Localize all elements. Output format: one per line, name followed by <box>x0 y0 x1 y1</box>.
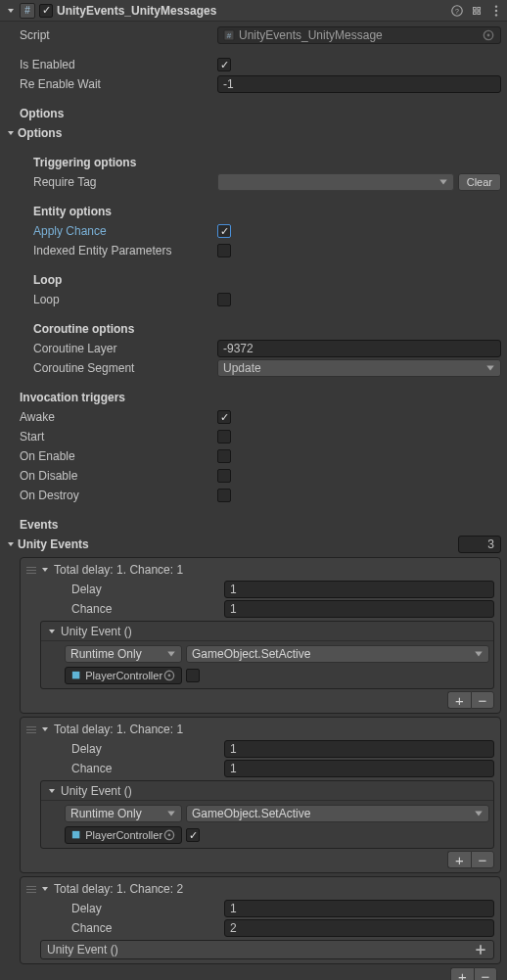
clear-button[interactable]: Clear <box>458 173 501 191</box>
events-count[interactable]: 3 <box>458 536 501 553</box>
chance-label: Chance <box>71 921 112 935</box>
re-enable-wait-label: Re Enable Wait <box>20 77 101 91</box>
unity-events-foldout-label[interactable]: Unity Events <box>18 537 89 551</box>
chevron-down-icon <box>474 809 484 818</box>
remove-listener-button[interactable]: − <box>471 691 494 709</box>
chance-input[interactable]: 1 <box>224 600 494 618</box>
loop-checkbox[interactable] <box>217 293 231 306</box>
event-foldout-icon[interactable] <box>40 724 50 734</box>
bool-arg-checkbox[interactable] <box>186 828 200 842</box>
object-picker-icon[interactable] <box>482 28 495 42</box>
start-label: Start <box>20 430 44 443</box>
start-checkbox[interactable] <box>217 430 231 443</box>
method-select[interactable]: GameObject.SetActive <box>186 645 489 663</box>
remove-listener-button[interactable]: − <box>471 851 494 868</box>
add-listener-button[interactable]: + <box>447 691 471 709</box>
coroutine-layer-input[interactable]: -9372 <box>217 340 501 357</box>
delay-input[interactable]: 1 <box>224 900 494 917</box>
delay-input[interactable]: 1 <box>224 740 494 758</box>
chevron-down-icon <box>438 177 448 187</box>
require-tag-select[interactable] <box>217 173 454 191</box>
target-object-field[interactable]: PlayerController <box>65 667 182 684</box>
add-icon[interactable] <box>474 943 487 957</box>
options-header: Options <box>20 107 64 120</box>
svg-point-4 <box>495 14 497 16</box>
script-label: Script <box>20 28 50 42</box>
unity-event-foldout-icon[interactable] <box>47 627 57 636</box>
component-enabled-checkbox[interactable] <box>39 4 53 18</box>
add-event-button[interactable]: + <box>450 967 474 980</box>
coroutine-layer-label: Coroutine Layer <box>33 342 116 355</box>
loop-header: Loop <box>33 273 62 287</box>
delay-label: Delay <box>71 583 102 596</box>
apply-chance-checkbox[interactable] <box>217 224 231 238</box>
event-item: Total delay: 1. Chance: 2 Delay 1 Chance… <box>20 876 501 964</box>
invocation-header: Invocation triggers <box>20 391 125 404</box>
unity-event-label: Unity Event () <box>61 625 132 638</box>
event-item: Total delay: 1. Chance: 1 Delay 1 Chance… <box>20 557 501 714</box>
target-object-field[interactable]: PlayerController <box>65 826 182 844</box>
on-enable-label: On Enable <box>20 449 75 463</box>
runtime-only-select[interactable]: Runtime Only <box>65 805 182 822</box>
options-foldout-icon[interactable] <box>6 128 16 138</box>
on-disable-label: On Disable <box>20 469 77 483</box>
component-foldout-icon[interactable] <box>6 6 16 16</box>
svg-point-11 <box>168 675 171 677</box>
event-title: Total delay: 1. Chance: 2 <box>54 882 183 896</box>
is-enabled-checkbox[interactable] <box>217 58 231 71</box>
svg-point-8 <box>487 34 490 37</box>
on-disable-checkbox[interactable] <box>217 469 231 483</box>
add-listener-button[interactable]: + <box>447 851 471 868</box>
script-object-value: UnityEvents_UnityMessage <box>239 28 383 42</box>
options-foldout-label[interactable]: Options <box>18 126 62 140</box>
coroutine-header: Coroutine options <box>33 322 134 336</box>
component-title: UnityEvents_UnityMessages <box>57 4 446 18</box>
awake-checkbox[interactable] <box>217 410 231 424</box>
runtime-only-select[interactable]: Runtime Only <box>65 645 182 663</box>
script-object-field[interactable]: # UnityEvents_UnityMessage <box>217 26 501 44</box>
chance-label: Chance <box>71 602 112 616</box>
preset-icon[interactable] <box>470 4 484 18</box>
coroutine-segment-select[interactable]: Update <box>217 359 501 377</box>
unity-event-label: Unity Event () <box>61 784 132 798</box>
chance-input[interactable]: 2 <box>224 919 494 937</box>
remove-event-button[interactable]: − <box>474 967 497 980</box>
unity-event-collapsed[interactable]: Unity Event () <box>40 940 494 959</box>
svg-rect-12 <box>72 831 79 838</box>
on-destroy-checkbox[interactable] <box>217 489 231 502</box>
event-foldout-icon[interactable] <box>40 565 50 575</box>
bool-arg-checkbox[interactable] <box>186 669 200 682</box>
delay-input[interactable]: 1 <box>224 581 494 598</box>
script-file-icon: # <box>20 3 35 19</box>
method-select[interactable]: GameObject.SetActive <box>186 805 489 822</box>
apply-chance-label[interactable]: Apply Chance <box>33 224 107 238</box>
entity-header: Entity options <box>33 205 112 218</box>
svg-point-14 <box>168 834 171 837</box>
chevron-down-icon <box>166 649 176 659</box>
chevron-down-icon <box>474 649 484 659</box>
unity-event-foldout-icon[interactable] <box>47 786 57 796</box>
drag-handle-icon[interactable] <box>26 564 36 576</box>
chance-input[interactable]: 1 <box>224 760 494 777</box>
gameobject-icon <box>70 829 81 841</box>
object-picker-icon[interactable] <box>162 669 176 682</box>
delay-label: Delay <box>71 742 102 756</box>
object-picker-icon[interactable] <box>162 828 176 842</box>
indexed-entity-checkbox[interactable] <box>217 244 231 257</box>
on-enable-checkbox[interactable] <box>217 449 231 463</box>
drag-handle-icon[interactable] <box>26 723 36 735</box>
unity-event-box: Unity Event () Runtime Only GameObject.S… <box>40 621 494 689</box>
help-icon[interactable]: ? <box>450 4 464 18</box>
re-enable-wait-input[interactable]: -1 <box>217 75 501 93</box>
drag-handle-icon[interactable] <box>26 883 36 895</box>
svg-point-3 <box>495 9 497 11</box>
awake-label: Awake <box>20 410 55 424</box>
gameobject-icon <box>70 670 81 681</box>
on-destroy-label: On Destroy <box>20 489 79 502</box>
indexed-entity-label: Indexed Entity Parameters <box>33 244 171 257</box>
chevron-down-icon <box>166 809 176 818</box>
event-title: Total delay: 1. Chance: 1 <box>54 723 183 736</box>
menu-icon[interactable] <box>489 4 503 18</box>
event-foldout-icon[interactable] <box>40 884 50 894</box>
unity-events-foldout-icon[interactable] <box>6 539 16 549</box>
